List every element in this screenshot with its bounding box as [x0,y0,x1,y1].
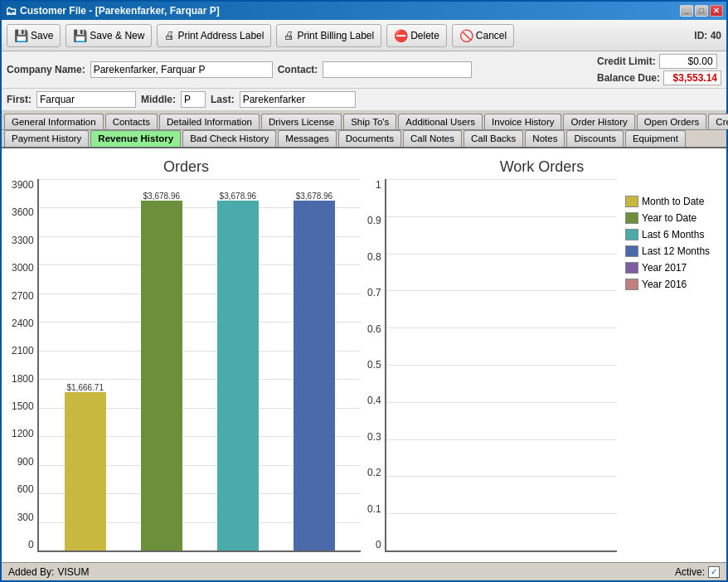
credit-info: Credit Limit: $0.00 Balance Due: $3,553.… [597,54,721,85]
bar-month-to-date: $1,666.71 [65,179,106,550]
tab-bad-check-history[interactable]: Bad Check History [182,130,276,147]
print-billing-button[interactable]: 🖨 Print Billing Label [276,24,381,47]
status-left: Added By: VISUM [8,566,89,578]
tab-documents[interactable]: Documents [338,130,401,147]
print-billing-icon: 🖨 [284,29,294,41]
legend-year-2017: Year 2017 [625,262,716,274]
legend-year-to-date: Year to Date [625,212,716,224]
print-address-button[interactable]: 🖨 Print Address Label [157,24,271,47]
save-new-button[interactable]: 💾 Save & New [66,24,152,47]
maximize-button[interactable]: □ [695,5,708,17]
content-area: Orders 3900 3600 3300 3000 2700 2400 210… [2,148,726,562]
save-new-icon: 💾 [73,29,87,42]
company-name-label: Company Name: [7,64,85,75]
save-new-label: Save & New [90,30,144,41]
middle-input[interactable] [181,91,206,108]
tab-order-history[interactable]: Order History [563,114,634,129]
tab-credit-history[interactable]: Credit History [708,114,728,129]
titlebar-buttons: _ □ ✕ [680,5,723,17]
tab-open-orders[interactable]: Open Orders [637,114,706,129]
credit-limit-row: Credit Limit: $0.00 [597,54,721,69]
bar-year-to-date: $3,678.96 [141,179,182,550]
work-orders-chart-wrapper: 1 0.9 0.8 0.7 0.6 0.5 0.4 0.3 0.2 0.1 0 [367,179,716,552]
main-window: 🗂 Customer File - [Parekenfarker, Farqua… [0,0,728,582]
last-input[interactable] [240,91,356,108]
delete-icon: ⛔ [394,29,408,42]
tab-contacts[interactable]: Contacts [105,114,158,129]
tab-ship-tos[interactable]: Ship To's [343,114,396,129]
orders-plot: $1,666.71 $3,678.96 $3,678.96 [37,179,361,552]
status-right: Active: ✓ [675,566,720,578]
orders-bars: $1,666.71 $3,678.96 $3,678.96 [39,179,361,550]
close-button[interactable]: ✕ [710,5,723,17]
orders-chart-wrapper: 3900 3600 3300 3000 2700 2400 2100 1800 … [12,179,361,552]
legend-last-12-months: Last 12 Months [625,245,716,257]
work-orders-y-axis: 1 0.9 0.8 0.7 0.6 0.5 0.4 0.3 0.2 0.1 0 [367,179,385,552]
work-orders-chart-title: Work Orders [500,158,585,176]
legend-year-2016: Year 2016 [625,279,716,290]
minimize-button[interactable]: _ [680,5,693,17]
active-checkbox[interactable]: ✓ [708,566,720,578]
tab-revenue-history[interactable]: Revenue History [90,130,181,147]
form-row-2: First: Middle: Last: [2,89,726,111]
titlebar-left: 🗂 Customer File - [Parekenfarker, Farqua… [5,4,220,17]
last-label: Last: [211,94,235,105]
save-button[interactable]: 💾 Save [7,24,61,47]
middle-label: Middle: [141,94,176,105]
tab-payment-history[interactable]: Payment History [4,130,89,147]
app-icon: 🗂 [5,4,17,17]
print-address-label: Print Address Label [177,30,264,41]
added-by-label: Added By: [8,566,54,578]
charts-area: Orders 3900 3600 3300 3000 2700 2400 210… [8,155,720,555]
print-address-icon: 🖨 [164,29,175,41]
added-by-value: VISUM [57,566,89,578]
work-orders-plot [385,179,617,552]
orders-chart-section: Orders 3900 3600 3300 3000 2700 2400 210… [8,155,364,555]
record-id: ID: 40 [694,30,721,41]
contact-label: Contact: [278,64,318,75]
orders-y-axis: 3900 3600 3300 3000 2700 2400 2100 1800 … [12,179,37,552]
bar-last-12-months: $3,678.96 [294,179,335,550]
window-title: Customer File - [Parekenfarker, Farquar … [20,5,220,17]
balance-due-value: $3,553.14 [663,70,721,85]
orders-chart-title: Orders [163,158,209,176]
delete-label: Delete [410,30,439,41]
tab-detailed-information[interactable]: Detailed Information [159,114,260,129]
first-label: First: [7,94,32,105]
tab-discounts[interactable]: Discounts [566,130,624,147]
work-orders-chart-section: Work Orders 1 0.9 0.8 0.7 0.6 0.5 0.4 0.… [364,155,720,555]
tabs-row-1: General Information Contacts Detailed In… [2,111,726,130]
tabs-row-2: Payment History Revenue History Bad Chec… [2,130,726,148]
legend-month-to-date: Month to Date [625,196,716,207]
cancel-button[interactable]: 🚫 Cancel [452,24,514,47]
tab-notes[interactable]: Notes [525,130,565,147]
active-label: Active: [675,566,705,578]
statusbar: Added By: VISUM Active: ✓ [2,562,726,580]
credit-limit-label: Credit Limit: [597,56,656,67]
credit-limit-value: $0.00 [659,54,717,69]
bar-last-6-months: $3,678.96 [217,179,259,550]
legend-last-6-months: Last 6 Months [625,229,716,240]
form-row-1: Company Name: Contact: Credit Limit: $0.… [2,51,726,89]
tab-messages[interactable]: Messages [278,130,336,147]
tab-call-notes[interactable]: Call Notes [403,130,462,147]
save-icon: 💾 [14,29,28,42]
tab-general-information[interactable]: General Information [4,114,104,129]
first-input[interactable] [36,91,136,108]
titlebar: 🗂 Customer File - [Parekenfarker, Farqua… [2,2,726,20]
cancel-label: Cancel [476,30,507,41]
cancel-icon: 🚫 [459,29,473,42]
tab-additional-users[interactable]: Additional Users [398,114,483,129]
save-label: Save [31,30,53,41]
toolbar: 💾 Save 💾 Save & New 🖨 Print Address Labe… [2,20,726,51]
balance-due-label: Balance Due: [597,72,660,84]
tab-drivers-license[interactable]: Drivers License [261,114,342,129]
tab-invoice-history[interactable]: Invoice History [484,114,561,129]
company-name-input[interactable] [90,61,273,78]
print-billing-label: Print Billing Label [297,30,374,41]
contact-input[interactable] [323,61,472,78]
tab-call-backs[interactable]: Call Backs [463,130,523,147]
balance-due-row: Balance Due: $3,553.14 [597,70,721,85]
delete-button[interactable]: ⛔ Delete [386,24,447,47]
tab-equipment[interactable]: Equipment [625,130,686,147]
